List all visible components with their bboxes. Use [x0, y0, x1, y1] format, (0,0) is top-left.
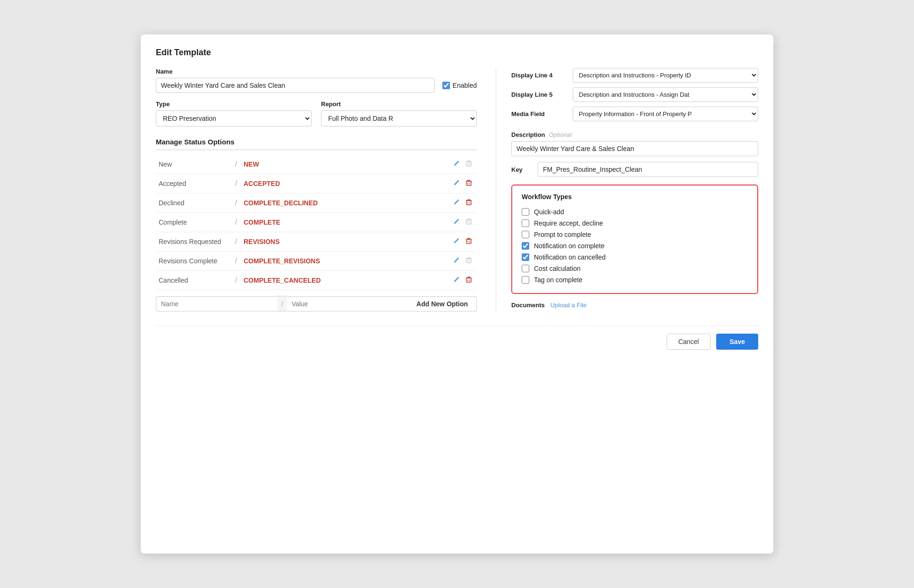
- edit-template-modal: Edit Template Name Enabled Type REO Pres…: [141, 34, 773, 554]
- workflow-checkbox[interactable]: [522, 231, 529, 238]
- svg-rect-1: [466, 181, 471, 185]
- edit-status-button[interactable]: [451, 256, 462, 266]
- edit-status-button[interactable]: [451, 159, 462, 169]
- delete-status-button[interactable]: [464, 275, 474, 286]
- edit-status-button[interactable]: [451, 198, 462, 208]
- save-button[interactable]: Save: [716, 334, 758, 350]
- status-actions: [416, 252, 477, 271]
- enabled-checkbox[interactable]: [442, 82, 450, 89]
- table-row: Declined / COMPLETE_DECLINED: [156, 193, 477, 213]
- status-actions: [416, 174, 477, 193]
- media-field-select[interactable]: Property Information - Front of Property…: [573, 107, 758, 121]
- status-separator: /: [231, 252, 241, 271]
- status-table: New / NEW: [156, 155, 477, 290]
- display-line-5-select[interactable]: Description and Instructions - Assign Da…: [573, 87, 758, 102]
- workflow-item-label: Require accept, decline: [534, 219, 603, 227]
- status-separator: /: [231, 232, 241, 252]
- display-line-4-row: Display Line 4 Description and Instructi…: [511, 68, 758, 83]
- display-lines-section: Display Line 4 Description and Instructi…: [511, 68, 758, 121]
- display-line-5-row: Display Line 5 Description and Instructi…: [511, 87, 758, 102]
- right-column: Display Line 4 Description and Instructi…: [496, 68, 758, 311]
- delete-status-button: [464, 159, 474, 169]
- workflow-checkbox[interactable]: [522, 253, 529, 261]
- edit-status-button[interactable]: [451, 178, 462, 189]
- cancel-button[interactable]: Cancel: [667, 334, 711, 350]
- delete-status-button[interactable]: [464, 178, 474, 189]
- description-input[interactable]: [511, 141, 758, 156]
- type-label: Type: [156, 101, 312, 108]
- report-group: Report Full Photo and Data R Standard Re…: [321, 101, 477, 126]
- add-new-option-button[interactable]: Add New Option: [408, 296, 477, 311]
- status-name: Revisions Complete: [156, 252, 231, 271]
- type-select[interactable]: REO Preservation Standard Inspection: [156, 110, 312, 126]
- workflow-item-label: Notification on cancelled: [534, 253, 606, 261]
- workflow-checkbox[interactable]: [522, 276, 529, 284]
- report-select[interactable]: Full Photo and Data R Standard Report Mi…: [321, 110, 477, 126]
- type-group: Type REO Preservation Standard Inspectio…: [156, 101, 312, 126]
- status-separator: /: [231, 155, 241, 174]
- svg-rect-2: [466, 201, 471, 205]
- status-name: Complete: [156, 213, 231, 232]
- key-row: Key: [511, 162, 758, 177]
- add-option-row: / Add New Option: [156, 296, 477, 311]
- svg-rect-3: [466, 220, 471, 224]
- documents-label: Documents: [511, 302, 545, 309]
- workflow-checkbox[interactable]: [522, 242, 529, 250]
- status-actions: [416, 213, 477, 232]
- table-row: New / NEW: [156, 155, 477, 174]
- key-input[interactable]: [538, 162, 758, 177]
- left-column: Name Enabled Type REO Preservation Stand…: [156, 68, 477, 311]
- media-field-label: Media Field: [511, 110, 573, 118]
- workflow-item-label: Cost calculation: [534, 265, 581, 272]
- table-row: Revisions Complete / COMPLETE_REVISIONS: [156, 252, 477, 271]
- status-name: Cancelled: [156, 271, 231, 290]
- name-label: Name: [156, 68, 477, 75]
- workflow-item-label: Quick-add: [534, 208, 564, 216]
- edit-status-button[interactable]: [451, 275, 462, 286]
- display-line-4-label: Display Line 4: [511, 72, 573, 79]
- name-input[interactable]: [156, 78, 435, 93]
- status-value: ACCEPTED: [241, 174, 416, 193]
- edit-status-button[interactable]: [451, 217, 462, 227]
- workflow-item: Quick-add: [522, 206, 748, 218]
- display-line-4-select[interactable]: Description and Instructions - Property …: [573, 68, 758, 83]
- enabled-label: Enabled: [453, 82, 477, 89]
- workflow-item: Prompt to complete: [522, 229, 748, 240]
- workflow-item-label: Notification on complete: [534, 242, 604, 250]
- status-name: Accepted: [156, 174, 231, 193]
- delete-status-button[interactable]: [464, 198, 474, 208]
- workflow-item-label: Prompt to complete: [534, 231, 591, 238]
- key-label: Key: [511, 166, 530, 173]
- workflow-list: Quick-add Require accept, decline Prompt…: [522, 206, 748, 286]
- workflow-item: Notification on complete: [522, 240, 748, 252]
- delete-status-button[interactable]: [464, 236, 474, 247]
- svg-rect-6: [466, 278, 471, 282]
- workflow-checkbox[interactable]: [522, 265, 529, 272]
- status-separator: /: [231, 213, 241, 232]
- table-row: Complete / COMPLETE: [156, 213, 477, 232]
- status-value: COMPLETE_CANCELED: [241, 271, 416, 290]
- status-value: COMPLETE_DECLINED: [241, 193, 416, 213]
- table-row: Revisions Requested / REVISIONS: [156, 232, 477, 252]
- manage-status-title: Manage Status Options: [156, 138, 477, 150]
- report-label: Report: [321, 101, 477, 108]
- edit-status-button[interactable]: [451, 236, 462, 247]
- modal-footer: Cancel Save: [156, 326, 758, 350]
- status-actions: [416, 193, 477, 213]
- workflow-checkbox[interactable]: [522, 219, 529, 227]
- workflow-checkbox[interactable]: [522, 208, 529, 216]
- svg-rect-0: [466, 162, 471, 166]
- description-section: Description Optional: [511, 131, 758, 156]
- workflow-title: Workflow Types: [522, 193, 748, 201]
- add-option-value-input[interactable]: [287, 296, 408, 311]
- status-separator: /: [231, 271, 241, 290]
- display-line-5-label: Display Line 5: [511, 91, 573, 98]
- status-separator: /: [231, 193, 241, 213]
- add-option-separator: /: [277, 296, 287, 311]
- delete-status-button: [464, 256, 474, 266]
- upload-file-link[interactable]: Upload a File: [550, 302, 587, 309]
- documents-row: Documents Upload a File: [511, 302, 758, 309]
- add-option-name-input[interactable]: [156, 296, 277, 311]
- workflow-item: Require accept, decline: [522, 218, 748, 229]
- enabled-checkbox-group: Enabled: [442, 82, 477, 89]
